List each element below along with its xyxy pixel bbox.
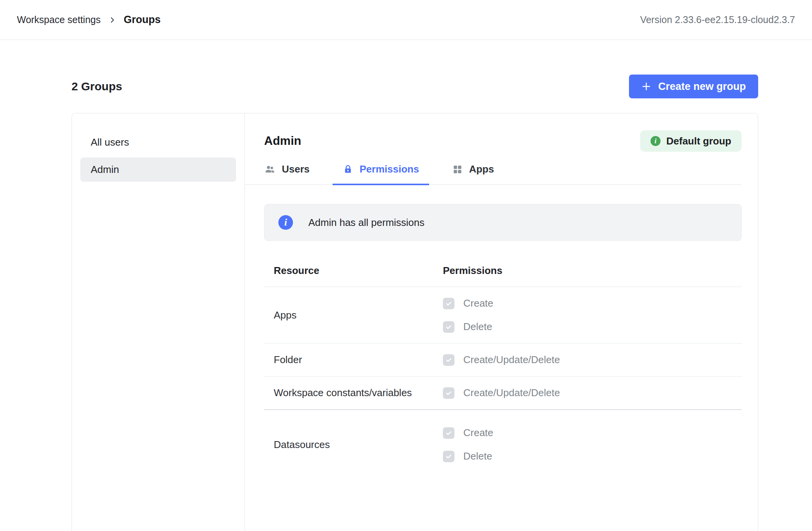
checkbox-apps-create[interactable] <box>443 298 454 309</box>
default-group-badge-label: Default group <box>666 135 731 147</box>
permissions-info-banner: i Admin has all permissions <box>264 204 742 241</box>
tab-users-label: Users <box>282 163 309 175</box>
table-row-datasources: Datasources Create Delete <box>264 410 742 478</box>
resource-label: Workspace constants/variables <box>264 387 434 399</box>
permission-option: Create/Update/Delete <box>443 354 742 366</box>
tab-permissions[interactable]: Permissions <box>333 163 429 185</box>
tab-apps-label: Apps <box>469 163 494 175</box>
resource-label: Folder <box>264 354 434 366</box>
create-new-group-button[interactable]: Create new group <box>629 75 758 98</box>
group-title: Admin <box>264 134 301 148</box>
create-new-group-label: Create new group <box>658 81 746 93</box>
checkbox-datasources-create[interactable] <box>443 427 454 439</box>
tab-users[interactable]: Users <box>254 163 319 185</box>
grid-icon <box>452 164 463 175</box>
checkbox-label: Create <box>463 297 493 309</box>
breadcrumb-groups: Groups <box>124 14 161 26</box>
group-tabs: Users Permissions Apps <box>245 163 742 185</box>
tab-permissions-label: Permissions <box>359 163 419 175</box>
sidebar-item-admin[interactable]: Admin <box>80 158 236 182</box>
info-circle-icon: i <box>278 215 293 230</box>
permissions-info-text: Admin has all permissions <box>308 217 424 229</box>
table-row-workspace-constants: Workspace constants/variables Create/Upd… <box>264 377 742 410</box>
breadcrumb-workspace-settings[interactable]: Workspace settings <box>17 14 101 25</box>
permissions-cell: Create Delete <box>434 427 742 462</box>
permission-option: Delete <box>443 450 742 462</box>
group-panel-header: Admin i Default group <box>264 130 742 152</box>
checkbox-apps-delete[interactable] <box>443 321 454 333</box>
column-header-permissions: Permissions <box>434 265 742 277</box>
groups-card: All users Admin Admin i Default group Us… <box>72 113 758 531</box>
permissions-table-header: Resource Permissions <box>264 259 742 287</box>
version-label: Version 2.33.6-ee2.15.19-cloud2.3.7 <box>640 14 795 25</box>
breadcrumb: Workspace settings Groups <box>17 14 161 26</box>
groups-count-heading: 2 Groups <box>72 80 122 93</box>
default-group-badge: i Default group <box>640 130 742 152</box>
checkbox-workspace-constants-cud[interactable] <box>443 387 454 399</box>
users-icon <box>264 164 276 175</box>
lock-icon <box>343 164 353 175</box>
permission-option: Create/Update/Delete <box>443 387 742 399</box>
permission-option: Create <box>443 427 742 439</box>
table-row-folder: Folder Create/Update/Delete <box>264 343 742 377</box>
permissions-cell: Create/Update/Delete <box>434 387 742 399</box>
resource-label: Datasources <box>264 439 434 451</box>
checkbox-label: Create/Update/Delete <box>463 354 560 366</box>
table-row-apps: Apps Create Delete <box>264 287 742 343</box>
checkbox-label: Delete <box>463 450 492 462</box>
permissions-cell: Create Delete <box>434 297 742 333</box>
checkbox-label: Create/Update/Delete <box>463 387 560 399</box>
main-content: 2 Groups Create new group All users Admi… <box>72 75 758 531</box>
groups-toolbar: 2 Groups Create new group <box>72 75 758 98</box>
permission-option: Delete <box>443 321 742 333</box>
sidebar-item-all-users[interactable]: All users <box>80 130 236 154</box>
group-list-sidebar: All users Admin <box>72 113 245 531</box>
chevron-right-icon <box>108 16 116 24</box>
plus-icon <box>641 81 651 91</box>
column-header-resource: Resource <box>264 265 434 277</box>
info-icon: i <box>651 136 661 146</box>
checkbox-label: Delete <box>463 321 492 333</box>
group-detail-panel: Admin i Default group Users <box>245 113 758 531</box>
resource-label: Apps <box>264 309 434 321</box>
top-header: Workspace settings Groups Version 2.33.6… <box>0 0 812 40</box>
checkbox-folder-cud[interactable] <box>443 354 454 366</box>
checkbox-datasources-delete[interactable] <box>443 451 454 462</box>
permissions-table: Resource Permissions Apps Create <box>264 259 742 478</box>
permissions-cell: Create/Update/Delete <box>434 354 742 366</box>
permission-option: Create <box>443 297 742 309</box>
checkbox-label: Create <box>463 427 493 439</box>
tab-apps[interactable]: Apps <box>442 163 504 185</box>
